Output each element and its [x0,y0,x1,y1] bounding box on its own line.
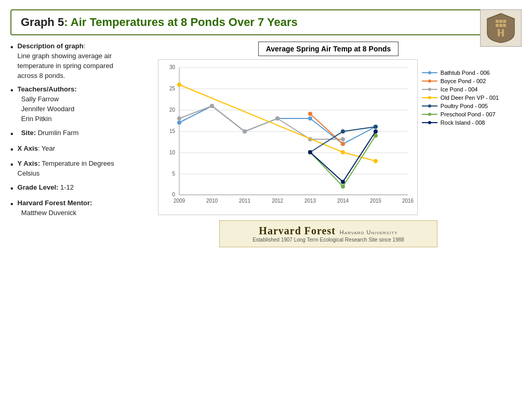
bullet-icon4: • [10,144,14,155]
legend-label-boyce: Boyce Pond - 002 [441,78,486,84]
point-ice-2014 [341,137,345,141]
harvard-forest-footer: Harvard Forest Harvard University Establ… [219,220,437,247]
legend-label-ice: Ice Pond - 004 [441,86,478,92]
hf-university: Harvard University [340,229,398,235]
svg-text:2015: 2015 [370,198,382,204]
teacher3: Erin Pitkin [21,115,52,123]
grade-content: Grade Level: 1-12 [18,183,74,193]
svg-text:2013: 2013 [304,198,316,204]
mentor-item: • Harvard Forest Mentor: Matthew Duvenic… [10,198,130,218]
point-ice-2010 [210,104,214,108]
grade-label: Grade Level: [18,183,59,191]
svg-text:2011: 2011 [239,198,251,204]
hf-subtitle: Established 1907 Long Term Ecological Re… [228,237,429,243]
svg-text:5: 5 [172,171,175,177]
legend-bathtub: Bathtub Pond - 006 [422,70,499,76]
bullet-icon7: • [10,199,14,210]
grade-item: • Grade Level: 1-12 [10,183,130,194]
description-content: Description of graph: Line graph showing… [18,42,130,81]
svg-text:2014: 2014 [337,198,349,204]
svg-text:0: 0 [172,192,175,197]
point-olddeer-2014 [341,150,345,154]
legend-line-bathtub [422,70,437,75]
legend-line-boyce [422,78,437,84]
series-olddeer [179,85,376,161]
chart-container: .axis-label { font-size: 10px; fill: #55… [158,59,418,215]
point-ice-2009 [177,116,181,121]
point-ice-2011 [243,129,247,134]
description-item: • Description of graph: Line graph showi… [10,42,130,81]
series-ice [179,106,343,139]
svg-text:25: 25 [169,86,176,91]
bullet-icon: • [10,42,14,53]
point-olddeer-2009 [177,83,181,87]
legend-olddeer: Old Deer Pen VP - 001 [422,95,499,101]
mentor-label: Harvard Forest Mentor: [18,199,92,207]
teacher1: Sally Farrow [21,95,59,103]
svg-text:20: 20 [169,107,176,113]
legend-label-preschool: Preschool Pond - 007 [441,111,496,117]
page: Graph 5: Air Temperatures at 8 Ponds Ove… [0,0,532,399]
xaxis-value: : Year [38,144,55,152]
xaxis-content: X Axis: Year [18,144,56,154]
hf-title: Harvard Forest [259,225,336,237]
point-rockisland-2015 [374,129,378,134]
svg-text:2012: 2012 [272,198,284,204]
legend-line-poultry [422,103,437,109]
site-content: Site: Drumlin Farm [18,128,79,138]
header: Graph 5: Air Temperatures at 8 Ponds Ove… [10,9,522,35]
point-bathtub-2009 [177,121,181,125]
legend-label-olddeer: Old Deer Pen VP - 001 [441,95,499,101]
description-text: Line graph showing average air temperatu… [18,52,113,79]
point-boyce-2013 [308,112,312,116]
site-label: Site: [21,129,36,137]
svg-point-35 [428,88,431,91]
chart-svg: .axis-label { font-size: 10px; fill: #55… [158,60,418,216]
legend-line-ice [422,87,437,92]
site-value: Drumlin Farm [38,129,79,137]
svg-rect-5 [503,24,506,27]
harvard-shield-icon [486,12,515,44]
svg-point-39 [428,104,431,108]
teacher2: Jennifer Woodard [21,105,74,113]
svg-point-43 [428,121,431,124]
svg-text:10: 10 [169,150,176,155]
point-bathtub-2013 [308,116,312,121]
legend-rockisland: Rock Island - 008 [422,119,499,126]
bullet-icon5: • [10,159,14,170]
svg-point-31 [428,71,431,74]
main-content: • Description of graph: Line graph showi… [10,42,522,394]
bullet-icon2: • [10,85,14,96]
point-poultry-2015 [374,125,378,129]
point-ice-2012 [275,116,280,121]
title-graph5: Graph 5 [21,16,64,29]
xaxis-item: • X Axis: Year [10,144,130,155]
svg-rect-1 [499,20,502,23]
point-preschool-2014 [341,184,345,189]
right-panel: Average Spring Air Temp at 8 Ponds .axis… [135,42,522,394]
svg-rect-2 [503,20,506,23]
legend-boyce: Boyce Pond - 002 [422,78,499,84]
svg-text:30: 30 [169,64,176,70]
svg-text:2009: 2009 [174,198,185,204]
point-poultry-2014 [341,129,345,134]
svg-point-33 [428,79,431,83]
point-rockisland-2013 [308,150,312,154]
legend-poultry: Poultry Pond - 005 [422,103,499,109]
legend-line-rockisland [422,120,437,125]
description-label: Description of graph [18,42,84,50]
legend-ice: Ice Pond - 004 [422,86,499,92]
grade-value: 1-12 [60,183,74,191]
legend-label-poultry: Poultry Pond - 005 [441,103,488,109]
hf-top-row: Harvard Forest Harvard University [228,225,429,237]
svg-text:2016: 2016 [402,198,414,204]
xaxis-label: X Axis [18,144,38,152]
legend-line-olddeer [422,95,437,100]
mentor-value: Matthew Duvenick [21,209,76,217]
mentor-content: Harvard Forest Mentor: Matthew Duvenick [18,198,92,218]
svg-point-41 [428,113,431,116]
teachers-item: • Teachers/Authors: Sally Farrow Jennife… [10,85,130,124]
site-item: • Site: Drumlin Farm [10,128,130,140]
teachers-label: Teachers/Authors: [18,85,77,93]
svg-point-37 [428,96,431,99]
